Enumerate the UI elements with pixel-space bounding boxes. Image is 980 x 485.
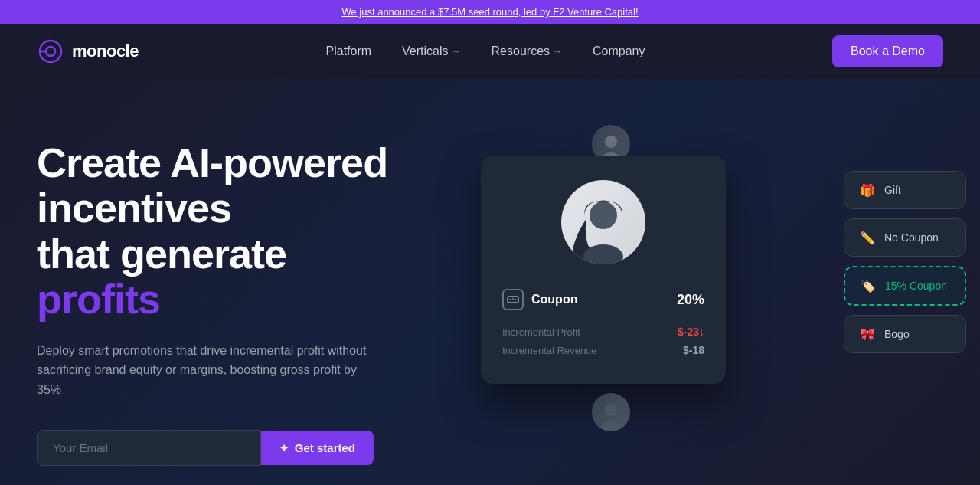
verticals-arrow-icon: → — [452, 46, 461, 57]
hero-title: Create AI-powered incentives that genera… — [37, 140, 404, 323]
hero-cta: ✦ Get started — [37, 430, 374, 466]
svg-point-11 — [605, 404, 617, 416]
nav-links: Platform Verticals → Resources → Company — [326, 44, 645, 58]
incremental-revenue-value: $-18 — [683, 344, 704, 356]
bogo-icon: 🎀 — [858, 325, 877, 343]
side-options: 🎁 Gift ✏️ No Coupon 🏷️ 15% Coupon 🎀 Bogo — [844, 171, 966, 353]
svg-point-5 — [590, 202, 617, 229]
option-15-coupon[interactable]: 🏷️ 15% Coupon — [844, 266, 966, 306]
nav-resources[interactable]: Resources → — [492, 44, 562, 58]
svg-point-8 — [510, 299, 511, 300]
navigation: monocle Platform Verticals → Resources →… — [0, 24, 980, 79]
coupon-label: Coupon — [502, 289, 577, 310]
profits-highlight: profits — [37, 276, 160, 322]
announcement-link[interactable]: We just announced a $7.5M seed round, le… — [341, 6, 638, 18]
svg-point-3 — [605, 136, 617, 148]
email-input[interactable] — [37, 430, 261, 466]
svg-point-1 — [46, 47, 55, 56]
nav-verticals[interactable]: Verticals → — [402, 44, 460, 58]
incremental-profit-label: Incremental Profit — [502, 326, 580, 338]
main-card: Coupon 20% Incremental Profit $-23↓ Incr… — [481, 156, 726, 384]
announcement-bar: We just announced a $7.5M seed round, le… — [0, 0, 980, 24]
incremental-revenue-label: Incremental Revenue — [502, 345, 597, 356]
hero-right: Coupon 20% Incremental Profit $-23↓ Incr… — [466, 125, 943, 447]
incremental-profit-value: $-23↓ — [678, 326, 704, 338]
coupon-percent: 20% — [677, 292, 704, 308]
hero-subtitle: Deploy smart promotions that drive incre… — [37, 341, 374, 400]
option-no-coupon[interactable]: ✏️ No Coupon — [844, 218, 966, 257]
coupon-row: Coupon 20% — [502, 289, 704, 310]
option-gift[interactable]: 🎁 Gift — [844, 171, 966, 209]
svg-point-10 — [514, 299, 516, 300]
nav-company[interactable]: Company — [593, 44, 645, 58]
floating-avatar-bottom — [592, 393, 630, 431]
svg-point-6 — [583, 244, 623, 264]
option-bogo[interactable]: 🎀 Bogo — [844, 315, 966, 353]
logo[interactable]: monocle — [37, 38, 139, 65]
hero-left: Create AI-powered incentives that genera… — [37, 125, 404, 466]
book-demo-button[interactable]: Book a Demo — [832, 35, 943, 67]
sparkle-icon: ✦ — [279, 442, 289, 454]
hero-section: Create AI-powered incentives that genera… — [0, 79, 980, 485]
avatar — [561, 180, 645, 264]
gift-icon: 🎁 — [858, 181, 877, 199]
avatar-container — [502, 180, 704, 264]
incremental-revenue-row: Incremental Revenue $-18 — [502, 344, 704, 356]
svg-point-12 — [601, 421, 621, 431]
svg-rect-7 — [508, 297, 518, 303]
coupon-icon — [502, 289, 524, 310]
no-coupon-icon: ✏️ — [858, 228, 877, 247]
get-started-button[interactable]: ✦ Get started — [261, 431, 374, 465]
logo-text: monocle — [72, 41, 139, 61]
nav-platform[interactable]: Platform — [326, 44, 372, 58]
incremental-profit-row: Incremental Profit $-23↓ — [502, 326, 704, 338]
coupon-15-icon: 🏷️ — [859, 277, 877, 295]
resources-arrow-icon: → — [553, 46, 562, 57]
